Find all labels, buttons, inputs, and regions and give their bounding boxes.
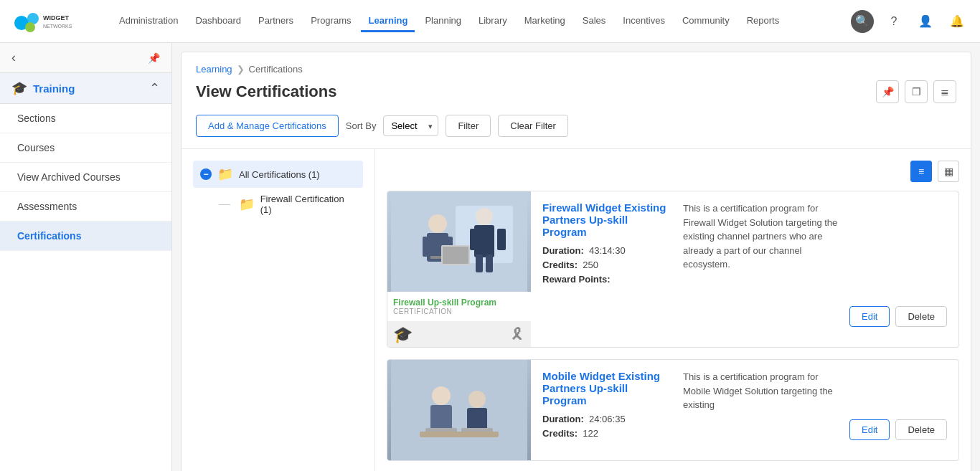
list-view-controls: ≡ ▦ (387, 161, 959, 182)
breadcrumb-learning-link[interactable]: Learning (196, 64, 232, 75)
content-header: Learning ❯ Certifications View Certifica… (182, 52, 971, 103)
nav-reports[interactable]: Reports (740, 11, 787, 32)
folder-icon: 📁 (217, 166, 233, 182)
add-manage-certifications-button[interactable]: Add & Manage Certifications (196, 115, 339, 137)
cert-graduation-icon-1: 🎓 (393, 325, 413, 344)
cert-title-1[interactable]: Firewall Widget Existing Partners Up-ski… (542, 201, 672, 238)
notifications-button[interactable]: 🔔 (946, 10, 969, 33)
cert-action-buttons-1: Edit Delete (849, 306, 947, 327)
sidebar-item-sections[interactable]: Sections (0, 104, 171, 133)
sidebar-item-archived-courses[interactable]: View Archived Courses (0, 163, 171, 192)
nav-planning[interactable]: Planning (418, 11, 468, 32)
search-button[interactable]: 🔍 (851, 10, 874, 33)
cert-duration-label-2: Duration: (542, 414, 584, 424)
nav-library[interactable]: Library (471, 11, 514, 32)
clear-filter-button[interactable]: Clear Filter (498, 115, 568, 137)
nav-icon-buttons: 🔍 ? 👤 🔔 (851, 10, 969, 33)
svg-rect-19 (443, 247, 468, 264)
nav-partners[interactable]: Partners (251, 11, 301, 32)
sidebar: ‹ 📌 🎓 Training ⌃ Sections Courses View A… (0, 43, 172, 471)
nav-administration[interactable]: Administration (112, 11, 185, 32)
certification-card-2: Mobile Widget Existing Partners Up-skill… (387, 359, 959, 461)
grid-view-button[interactable]: ▦ (938, 161, 959, 182)
nav-learning[interactable]: Learning (361, 11, 415, 32)
svg-rect-10 (497, 229, 506, 250)
logo: WIDGET NETWORKS (11, 7, 98, 36)
cert-thumbnail-1: Firewall Up-skill Program CERTIFICATION … (387, 191, 531, 347)
cert-credits-label-2: Credits: (542, 428, 578, 439)
cert-actions-1: Edit Delete (849, 201, 947, 337)
nav-dashboard[interactable]: Dashboard (188, 11, 248, 32)
cert-label-1: Firewall Up-skill Program CERTIFICATION (387, 292, 531, 321)
sidebar-collapse-button[interactable]: ⌃ (149, 80, 160, 96)
cert-duration-value-1: 43:14:30 (589, 245, 626, 256)
nav-links: Administration Dashboard Partners Progra… (112, 11, 851, 32)
cert-description-2: This is a certification program for Mobi… (683, 370, 838, 450)
subfolder-icon: 📁 (239, 196, 255, 212)
content-inner: Learning ❯ Certifications View Certifica… (181, 52, 971, 471)
folder-all-label: All Certifications (1) (239, 169, 320, 180)
cert-thumb-type-1: CERTIFICATION (393, 308, 525, 315)
cert-title-2[interactable]: Mobile Widget Existing Partners Up-skill… (542, 370, 672, 406)
filter-settings-button[interactable]: ≣ (933, 80, 956, 103)
pin-page-button[interactable]: 📌 (876, 80, 899, 103)
svg-point-7 (476, 208, 493, 225)
logo-image: WIDGET NETWORKS (11, 7, 98, 36)
main-layout: ‹ 📌 🎓 Training ⌃ Sections Courses View A… (0, 43, 980, 471)
content-body: − 📁 All Certifications (1) 📁 Firewall Ce… (182, 149, 971, 471)
toolbar: Add & Manage Certifications Sort By Sele… (182, 115, 971, 149)
page-title-actions: 📌 ❐ ≣ (876, 80, 956, 103)
sidebar-pin-button[interactable]: 📌 (148, 52, 160, 64)
filter-button[interactable]: Filter (446, 115, 491, 137)
nav-community[interactable]: Community (675, 11, 737, 32)
collapse-folder-icon: − (200, 168, 212, 180)
cert-edit-button-2[interactable]: Edit (849, 419, 890, 440)
list-view-button[interactable]: ≡ (910, 161, 932, 182)
cert-delete-button-1[interactable]: Delete (895, 306, 947, 327)
sidebar-item-assessments[interactable]: Assessments (0, 192, 171, 222)
cert-delete-button-2[interactable]: Delete (895, 419, 947, 440)
firewall-certification-folder[interactable]: 📁 Firewall Certification (1) (193, 188, 363, 221)
nav-programs[interactable]: Programs (303, 11, 358, 32)
svg-rect-12 (486, 254, 493, 272)
cert-credits-value-1: 250 (583, 260, 598, 270)
cert-details-2: Mobile Widget Existing Partners Up-skill… (542, 370, 672, 450)
cert-description-1: This is a certification program for Fire… (683, 201, 838, 337)
svg-rect-11 (476, 254, 483, 272)
user-avatar[interactable]: 👤 (914, 10, 937, 33)
cert-credits-row-1: Credits: 250 (542, 260, 672, 270)
sidebar-back-button[interactable]: ‹ (11, 50, 16, 65)
svg-rect-9 (470, 229, 479, 250)
sidebar-item-courses[interactable]: Courses (0, 133, 171, 163)
breadcrumb-separator: ❯ (237, 64, 245, 75)
sidebar-item-certifications[interactable]: Certifications (0, 222, 171, 251)
graduation-cap-icon: 🎓 (11, 80, 27, 96)
expand-button[interactable]: ❐ (905, 80, 928, 103)
cert-duration-row-2: Duration: 24:06:35 (542, 414, 672, 424)
sort-select-wrapper: Select (383, 115, 438, 136)
cert-thumbnail-2 (387, 360, 531, 460)
all-certifications-folder[interactable]: − 📁 All Certifications (1) (193, 161, 363, 188)
cert-meta-1: Duration: 43:14:30 Credits: 250 Reward P… (542, 245, 672, 285)
sort-select[interactable]: Select (383, 115, 438, 136)
sidebar-section-title: 🎓 Training (11, 80, 75, 96)
cert-action-buttons-2: Edit Delete (849, 419, 947, 440)
svg-point-13 (428, 214, 447, 233)
svg-point-23 (468, 391, 486, 408)
breadcrumb-current: Certifications (249, 64, 303, 75)
cert-duration-row-1: Duration: 43:14:30 (542, 245, 672, 256)
nav-incentives[interactable]: Incentives (616, 11, 672, 32)
cert-edit-button-1[interactable]: Edit (849, 306, 890, 327)
cert-badge-icon-1: 🎗 (509, 325, 525, 344)
nav-marketing[interactable]: Marketing (517, 11, 573, 32)
cert-thumb-name-1: Firewall Up-skill Program (393, 298, 525, 308)
page-title-row: View Certifications 📌 ❐ ≣ (196, 80, 956, 103)
certifications-list-panel: ≡ ▦ (375, 149, 971, 471)
cert-credits-row-2: Credits: 122 (542, 428, 672, 439)
svg-point-2 (25, 22, 35, 32)
nav-sales[interactable]: Sales (575, 11, 613, 32)
breadcrumb: Learning ❯ Certifications (196, 64, 956, 75)
help-button[interactable]: ? (882, 10, 905, 33)
top-navigation: WIDGET NETWORKS Administration Dashboard… (0, 0, 980, 43)
people-svg-1 (391, 191, 527, 292)
